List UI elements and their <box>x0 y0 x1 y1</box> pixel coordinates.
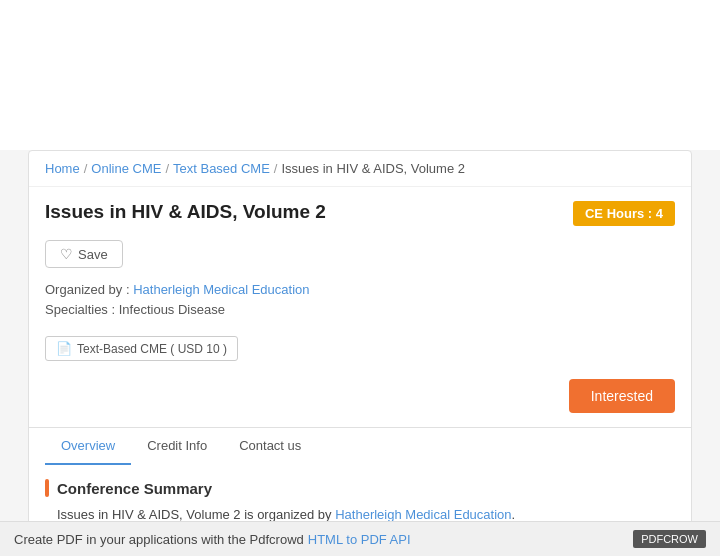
organized-by-value[interactable]: Hatherleigh Medical Education <box>133 282 309 297</box>
breadcrumb: Home / Online CME / Text Based CME / Iss… <box>29 151 691 187</box>
breadcrumb-home[interactable]: Home <box>45 161 80 176</box>
body-suffix: . <box>512 507 516 522</box>
save-label: Save <box>78 247 108 262</box>
banner-text: Create PDF in your applications with the… <box>14 532 411 547</box>
tab-contact-us[interactable]: Contact us <box>223 428 317 465</box>
specialties-value: Infectious Disease <box>119 302 225 317</box>
course-tag[interactable]: 📄 Text-Based CME ( USD 10 ) <box>45 336 238 361</box>
tab-overview[interactable]: Overview <box>45 428 131 465</box>
breadcrumb-sep-1: / <box>84 161 88 176</box>
organized-by-label: Organized by : <box>45 282 130 297</box>
tag-label: Text-Based CME ( USD 10 ) <box>77 342 227 356</box>
document-icon: 📄 <box>56 341 72 356</box>
ce-hours-badge: CE Hours : 4 <box>573 201 675 226</box>
save-section: ♡ Save <box>29 236 691 278</box>
meta-section: Organized by : Hatherleigh Medical Educa… <box>29 278 691 332</box>
specialties-label: Specialties : <box>45 302 115 317</box>
tag-section: 📄 Text-Based CME ( USD 10 ) <box>29 332 691 375</box>
section-bar-icon <box>45 479 49 497</box>
save-button[interactable]: ♡ Save <box>45 240 123 268</box>
body-prefix: Issues in HIV & AIDS, Volume 2 is organi… <box>57 507 335 522</box>
specialties-row: Specialties : Infectious Disease <box>45 302 675 317</box>
heart-icon: ♡ <box>60 246 73 262</box>
pdf-banner-text: Create PDF in your applications with the… <box>14 532 304 547</box>
tab-credit-info[interactable]: Credit Info <box>131 428 223 465</box>
interested-section: Interested <box>29 375 691 427</box>
tabs-bar: Overview Credit Info Contact us <box>29 427 691 465</box>
organized-by-row: Organized by : Hatherleigh Medical Educa… <box>45 282 675 297</box>
section-title: Conference Summary <box>57 480 212 497</box>
course-title: Issues in HIV & AIDS, Volume 2 <box>45 201 326 223</box>
course-header: Issues in HIV & AIDS, Volume 2 CE Hours … <box>29 187 691 236</box>
pdfcrowd-badge: PDFCROW <box>633 530 706 548</box>
breadcrumb-sep-3: / <box>274 161 278 176</box>
interested-button[interactable]: Interested <box>569 379 675 413</box>
breadcrumb-online-cme[interactable]: Online CME <box>91 161 161 176</box>
pdf-link[interactable]: HTML to PDF API <box>308 532 411 547</box>
pdf-banner: Create PDF in your applications with the… <box>0 521 720 556</box>
organizer-link[interactable]: Hatherleigh Medical Education <box>335 507 511 522</box>
breadcrumb-text-based-cme[interactable]: Text Based CME <box>173 161 270 176</box>
section-header: Conference Summary <box>45 479 675 497</box>
breadcrumb-current: Issues in HIV & AIDS, Volume 2 <box>281 161 465 176</box>
breadcrumb-sep-2: / <box>165 161 169 176</box>
